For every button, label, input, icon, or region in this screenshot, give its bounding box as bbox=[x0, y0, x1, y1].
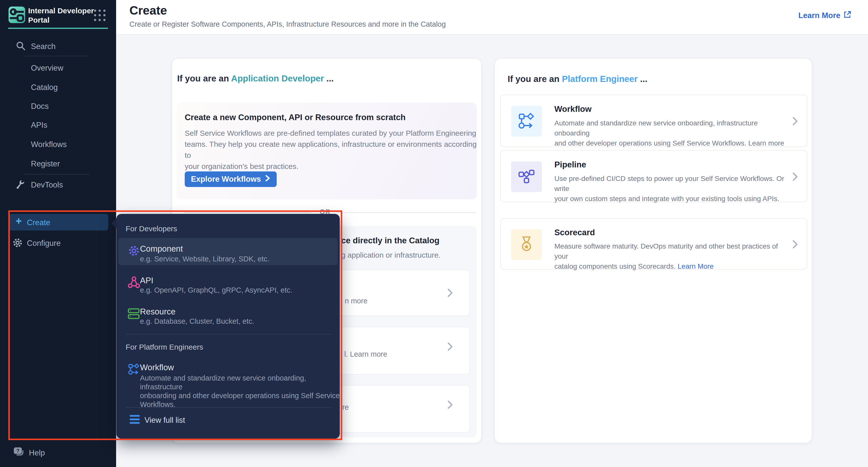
scorecard-title: Scorecard bbox=[554, 228, 595, 237]
workflow-title: Workflow bbox=[554, 104, 592, 114]
chevron-right-icon bbox=[447, 341, 453, 353]
heading-suffix: ... bbox=[638, 74, 647, 84]
menu-item-resource-title[interactable]: Resource bbox=[140, 307, 176, 316]
scratch-panel-title: Create a new Component, API or Resource … bbox=[185, 113, 406, 122]
workflow-row[interactable]: Workflow Automate and standardize new se… bbox=[500, 94, 807, 147]
external-link-icon bbox=[843, 10, 851, 21]
pipeline-title: Pipeline bbox=[554, 160, 586, 169]
sidebar-item-create-highlight[interactable] bbox=[8, 214, 108, 230]
sidebar-item-register[interactable]: Register bbox=[31, 159, 60, 168]
or-divider-right bbox=[337, 212, 476, 213]
platform-engineer-heading: If you are an Platform Engineer ... bbox=[508, 74, 647, 84]
explore-workflows-button[interactable]: Explore Workflows bbox=[185, 172, 277, 187]
page-subtitle: Create or Register Software Components, … bbox=[129, 20, 446, 28]
or-divider-left bbox=[184, 212, 311, 213]
sidebar-item-apis[interactable]: APIs bbox=[31, 121, 47, 130]
menu-item-workflow-title[interactable]: Workflow bbox=[140, 363, 174, 372]
component-gear-icon bbox=[128, 245, 140, 258]
chevron-right-icon bbox=[447, 399, 453, 411]
svg-text:?: ? bbox=[16, 448, 19, 454]
chevron-right-icon bbox=[447, 287, 453, 299]
page-header: Create Create or Register Software Compo… bbox=[116, 0, 868, 35]
sidebar-divider bbox=[24, 174, 89, 175]
menu-item-api-desc: e.g. OpenAPI, GraphQL, gRPC, AsyncAPI, e… bbox=[140, 286, 292, 294]
sidebar-item-search[interactable]: Search bbox=[31, 42, 56, 51]
learn-more-label: Learn More bbox=[798, 11, 840, 20]
chevron-right-icon bbox=[792, 239, 798, 251]
heading-suffix: ... bbox=[324, 73, 334, 83]
workflow-icon bbox=[518, 112, 535, 130]
platform-engineer-card: If you are an Platform Engineer ... Work… bbox=[494, 58, 812, 443]
menu-section-for-platform-engineers: For Platform Engineers bbox=[126, 343, 203, 351]
plus-icon: + bbox=[16, 216, 22, 226]
pipeline-icon bbox=[518, 168, 535, 186]
resource-icon bbox=[128, 307, 140, 321]
sidebar-item-workflows[interactable]: Workflows bbox=[31, 140, 67, 149]
chevron-right-icon bbox=[792, 116, 798, 128]
catalog-row-fragment: re bbox=[342, 403, 349, 411]
sidebar-item-configure[interactable]: Configure bbox=[27, 239, 61, 248]
search-icon bbox=[16, 41, 26, 52]
sidebar-item-catalog[interactable]: Catalog bbox=[31, 83, 58, 92]
workflow-icon bbox=[128, 363, 140, 376]
pipeline-desc: Use pre-defined CI/CD steps to power up … bbox=[554, 174, 789, 204]
workflow-desc: Automate and standardize new service onb… bbox=[554, 118, 789, 148]
create-from-scratch-panel: Create a new Component, API or Resource … bbox=[177, 102, 477, 199]
scorecard-row[interactable]: Scorecard Measure software maturity. Dev… bbox=[500, 218, 807, 270]
app-title: Internal Developer Portal bbox=[28, 6, 103, 25]
chevron-right-icon bbox=[792, 171, 798, 183]
sidebar-item-create[interactable]: Create bbox=[27, 218, 50, 227]
scorecard-desc: Measure software maturity. DevOps maturi… bbox=[554, 241, 789, 272]
page-title: Create bbox=[129, 3, 167, 17]
catalog-heading-fragment: ce directly in the Catalog bbox=[341, 236, 439, 245]
menu-item-workflow-desc: Automate and standardize new service onb… bbox=[140, 374, 340, 409]
medal-icon bbox=[518, 236, 535, 253]
create-flyout-menu: For Developers Component e.g. Service, W… bbox=[116, 214, 340, 439]
api-icon bbox=[128, 276, 140, 290]
app-switcher-icon[interactable] bbox=[94, 9, 106, 22]
catalog-subtitle-fragment: g application or infrastructure. bbox=[341, 251, 440, 259]
sidebar-item-help[interactable]: Help bbox=[29, 448, 45, 458]
scorecard-icon-tile bbox=[511, 229, 542, 260]
menu-item-component-title[interactable]: Component bbox=[140, 244, 183, 254]
learn-more-link[interactable]: Learn More bbox=[798, 10, 851, 21]
gear-icon bbox=[12, 237, 23, 249]
help-icon: ? bbox=[13, 446, 25, 460]
view-full-list-link[interactable]: View full list bbox=[145, 416, 185, 425]
menu-item-api-title[interactable]: API bbox=[140, 276, 153, 285]
sidebar-item-overview[interactable]: Overview bbox=[31, 64, 63, 73]
sidebar-divider-accent bbox=[8, 28, 108, 29]
sidebar-item-devtools[interactable]: DevTools bbox=[31, 181, 63, 189]
list-icon bbox=[130, 415, 140, 424]
chevron-right-icon bbox=[265, 175, 270, 184]
catalog-row-fragment: l. Learn more bbox=[344, 350, 387, 359]
explore-workflows-label: Explore Workflows bbox=[191, 175, 261, 184]
menu-divider bbox=[126, 407, 331, 408]
workflow-icon-tile bbox=[511, 106, 542, 136]
wrench-icon bbox=[14, 179, 26, 191]
pipeline-row[interactable]: Pipeline Use pre-defined CI/CD steps to … bbox=[500, 150, 807, 203]
menu-item-component-desc: e.g. Service, Website, Library, SDK, etc… bbox=[140, 255, 269, 263]
heading-prefix: If you are an bbox=[177, 73, 231, 83]
heading-prefix: If you are an bbox=[508, 74, 562, 84]
scorecard-learn-more-link[interactable]: Learn More bbox=[678, 262, 714, 270]
sidebar-item-docs[interactable]: Docs bbox=[31, 102, 49, 111]
heading-accent: Application Developer bbox=[231, 73, 324, 83]
app-logo-icon bbox=[8, 6, 25, 23]
scorecard-desc-text: Measure software maturity. DevOps maturi… bbox=[554, 242, 778, 270]
menu-divider bbox=[126, 334, 331, 335]
sidebar-divider bbox=[24, 56, 89, 56]
scratch-panel-body: Self Service Workflows are pre-defined t… bbox=[185, 128, 477, 172]
catalog-row-fragment: n more bbox=[345, 297, 367, 305]
heading-accent: Platform Engineer bbox=[562, 74, 638, 84]
pipeline-icon-tile bbox=[511, 161, 542, 192]
menu-item-resource-desc: e.g. Database, Cluster, Bucket, etc. bbox=[140, 317, 254, 326]
menu-section-for-developers: For Developers bbox=[126, 224, 177, 233]
app-window: Internal Developer Portal Search Overvie… bbox=[0, 0, 868, 467]
application-developer-heading: If you are an Application Developer ... bbox=[177, 73, 334, 84]
sidebar: Internal Developer Portal Search Overvie… bbox=[0, 0, 116, 467]
